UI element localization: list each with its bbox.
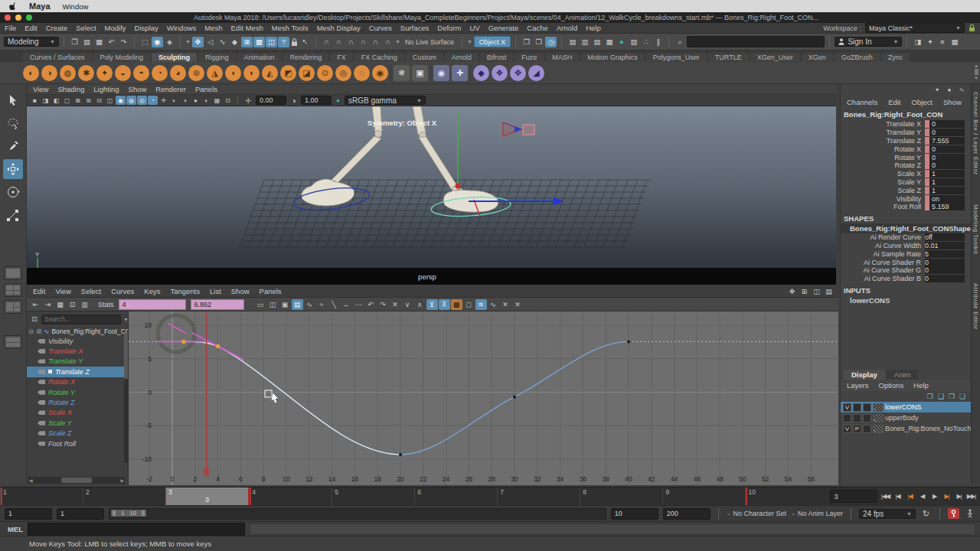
animation-curve-icon[interactable]: ∿	[957, 86, 966, 94]
auto-load-graph-icon[interactable]: ⊼	[439, 299, 450, 310]
channel-name[interactable]: Ai Sample Rate	[841, 250, 925, 258]
playback-range-handle[interactable]: 1 10	[111, 510, 146, 517]
sidebar-vertical-tab[interactable]: Modeling Toolkit	[972, 204, 979, 254]
object-mode-icon[interactable]: ◉	[152, 37, 163, 47]
fps-dropdown[interactable]: 24 fps▼	[859, 509, 916, 519]
time-slider-frame[interactable]: 6	[414, 487, 497, 505]
channel-value-field[interactable]: on	[925, 195, 965, 203]
minimize-window-icon[interactable]	[15, 15, 21, 21]
objects-tool-icon[interactable]: ◉	[372, 65, 388, 81]
humanik-toggle-icon[interactable]: ✦	[924, 37, 936, 47]
shelf-separator[interactable]	[430, 64, 431, 82]
layout-single-pane-button[interactable]	[4, 266, 22, 280]
macos-menu-window[interactable]: Window	[63, 2, 89, 11]
channel-name[interactable]: Scale X	[841, 170, 925, 178]
lock-tangent-weight-icon[interactable]: ⊻	[426, 299, 438, 310]
select-by-deformers-icon[interactable]: ▩	[253, 37, 265, 47]
eraser-tool-icon[interactable]: ◢	[528, 65, 544, 81]
channel-value-field[interactable]: 0	[925, 275, 965, 282]
channel-value-field[interactable]: 5.159	[925, 203, 965, 210]
apple-logo-icon[interactable]	[9, 2, 17, 11]
menubar-item[interactable]: Select	[76, 24, 96, 32]
channel-box-object-name[interactable]: Bones_Rig:Right_Foot_CON	[841, 108, 971, 120]
make-live-icon[interactable]: ∩	[382, 37, 394, 47]
shelf-tab[interactable]: GoZBrush	[835, 53, 880, 62]
snapshot-icon[interactable]: ▥	[579, 37, 590, 47]
outliner-channel-row[interactable]: Rotate Z	[27, 397, 128, 407]
quick-select-search-icon[interactable]: ⌕	[674, 37, 685, 47]
shelf-tab[interactable]: Polygons_User	[646, 53, 707, 62]
layer-visibility-toggle[interactable]: V	[843, 403, 851, 412]
time-slider-frame[interactable]: 5	[332, 487, 414, 505]
time-slider-frame[interactable]: 9	[662, 487, 745, 505]
menubar-item[interactable]: Arnold	[557, 24, 577, 32]
shelf-tab[interactable]: Custom	[406, 53, 443, 62]
pause-viewport-icon[interactable]: ∥	[652, 37, 664, 47]
menubar-item[interactable]: Mesh Display	[317, 24, 361, 32]
shelf-tab[interactable]: Rendering	[283, 53, 329, 62]
close-window-icon[interactable]	[5, 15, 11, 21]
time-snap-icon[interactable]: ▩	[451, 299, 462, 310]
shelf-separator[interactable]	[390, 64, 391, 82]
menubar-item[interactable]: Create	[46, 24, 68, 32]
channel-value-field[interactable]: 0	[925, 266, 965, 274]
snap-to-projected-center-icon[interactable]: ∩	[358, 37, 369, 47]
select-by-curves-icon[interactable]: ∿	[217, 37, 228, 47]
search-input[interactable]	[41, 315, 121, 324]
snap-to-grid-icon[interactable]: ∩	[321, 37, 332, 47]
outliner-channel-row[interactable]: Scale Y	[27, 418, 128, 428]
channel-name[interactable]: Rotate Y	[841, 154, 925, 161]
channel-box-menu-item[interactable]: Object	[912, 98, 933, 106]
collapse-icon[interactable]: ⊖	[28, 328, 34, 335]
menubar-item[interactable]: Edit	[24, 24, 37, 32]
shelf-tab[interactable]: XGen_User	[750, 53, 800, 62]
isolate-select-icon[interactable]: ◗	[201, 96, 211, 105]
viewport-menu-item[interactable]: Lighting	[93, 85, 119, 93]
playback-loop-icon[interactable]: ↻	[920, 508, 932, 519]
channel-name[interactable]: Ai Curve Width	[841, 242, 925, 249]
image-plane-icon[interactable]: ▣	[412, 65, 428, 81]
open-scene-icon[interactable]: ▤	[81, 37, 93, 47]
channel-box-menu-item[interactable]: Channels	[847, 98, 877, 106]
step-back-frame-button[interactable]: |◀	[892, 491, 903, 503]
pin-panel-icon[interactable]: ✥	[787, 286, 797, 297]
image-plane-icon[interactable]: ⊠	[73, 96, 83, 105]
break-tangents-icon[interactable]: ✕	[390, 299, 401, 310]
pinch-tool-icon[interactable]: ✦	[96, 65, 113, 81]
select-camera-icon[interactable]: ■	[30, 96, 40, 105]
wireframe-icon[interactable]: ◫	[105, 96, 115, 105]
hypershade-icon[interactable]: ▧	[628, 37, 639, 47]
value-snap-icon[interactable]: ◻	[463, 299, 475, 310]
menubar-item[interactable]: Surfaces	[400, 24, 430, 32]
type-tool-icon[interactable]: ✥	[510, 65, 526, 81]
knife-tool-icon[interactable]: ◭	[262, 65, 278, 81]
grab-tool-icon[interactable]: ✱	[78, 65, 94, 81]
color-management-icon[interactable]: ●	[333, 96, 343, 105]
imprint-tool-icon[interactable]: ⊚	[188, 65, 204, 81]
layer-playback-toggle[interactable]: P	[853, 425, 861, 433]
layer-display-type-toggle[interactable]	[863, 414, 871, 422]
scale-tool[interactable]	[3, 205, 23, 225]
shape-node-name[interactable]: Bones_Rig:Right_Foot_CONShape	[841, 223, 971, 233]
mute-channel-icon[interactable]	[38, 410, 45, 415]
layer-playback-toggle[interactable]	[853, 414, 861, 422]
outliner-channel-row[interactable]: Rotate X	[27, 377, 128, 387]
oversканline-icon[interactable]: ⊟	[94, 96, 104, 105]
amplify-tool-icon[interactable]: ⊙	[317, 65, 333, 81]
lock-camera-icon[interactable]: ◨	[41, 96, 51, 105]
selection-mask-field[interactable]: Object X	[474, 36, 511, 47]
input-connections-icon[interactable]: ❒	[521, 37, 532, 47]
command-line-mode-label[interactable]: MEL	[8, 525, 23, 533]
layer-playback-toggle[interactable]	[853, 403, 861, 412]
layer-menu-item[interactable]: Help	[913, 381, 929, 390]
mute-channel-icon[interactable]	[38, 442, 45, 446]
freeze-tool-icon[interactable]: ◎	[335, 65, 351, 81]
menubar-item[interactable]: File	[5, 24, 16, 32]
time-slider-frame[interactable]: 7	[497, 487, 580, 505]
graph-editor-plot[interactable]: -202468101214161820222426283032343638404…	[129, 311, 838, 485]
attribute-editor-toggle-icon[interactable]: ≡	[936, 37, 948, 47]
layer-row[interactable]: V P Bones_Rig:Bones_NoTouch	[841, 423, 972, 434]
channel-name[interactable]: Ai Curve Shader G	[841, 266, 925, 274]
channel-value-field[interactable]: 1	[925, 170, 965, 178]
dope-sheet-icon[interactable]: ✕	[512, 299, 524, 310]
